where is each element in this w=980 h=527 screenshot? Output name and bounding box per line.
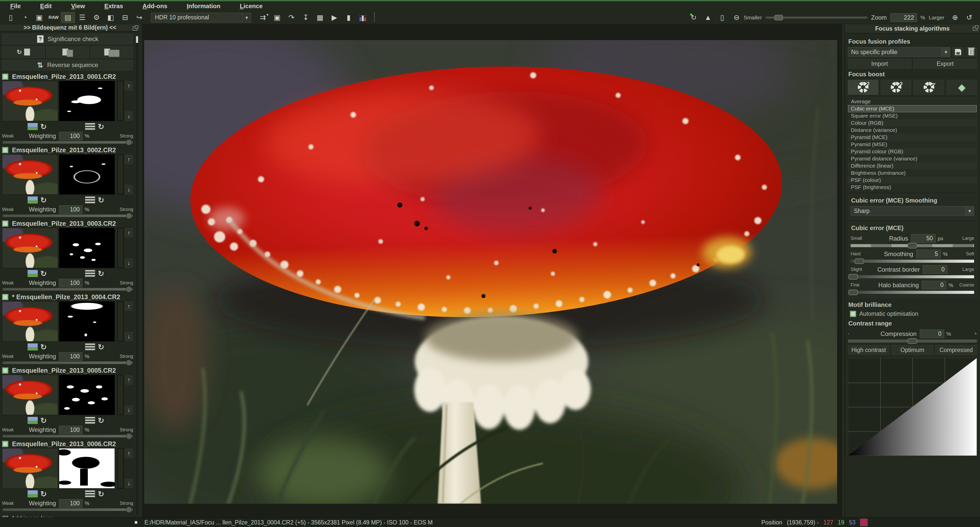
contrast-mode-high-contrast[interactable]: High contrast xyxy=(848,345,889,355)
focus-boost-diamond-button[interactable]: ◆ xyxy=(947,80,977,95)
copy-project-icon[interactable]: ▣ xyxy=(32,12,46,23)
slider-value-input[interactable]: 50 xyxy=(911,234,935,243)
weighting-slider-thumb[interactable] xyxy=(126,139,132,145)
reverse-sequence-button[interactable]: ⇅ Reverse sequence xyxy=(2,60,133,70)
zoom-value-input[interactable]: 222 xyxy=(891,13,917,22)
book-icon[interactable]: ▯ xyxy=(715,12,729,23)
history-icon[interactable]: ◔ xyxy=(18,12,32,23)
focus-boost-infinity-button[interactable]: ∞ xyxy=(914,80,944,95)
filmstrip-icon[interactable]: ▦ xyxy=(313,12,327,23)
share-icon[interactable]: ↪ xyxy=(132,12,146,23)
image-thumbnail[interactable] xyxy=(2,81,58,121)
rotate-view-icon[interactable]: ↺ xyxy=(962,12,977,23)
mask-thumbnail[interactable] xyxy=(59,228,115,268)
zoom-larger-icon[interactable]: ⊕ xyxy=(948,12,962,23)
save-profile-button[interactable] xyxy=(953,47,964,57)
weighting-slider[interactable] xyxy=(3,214,133,217)
move-up-button[interactable]: ↑ xyxy=(125,155,133,164)
zoom-smaller-icon[interactable]: ⊖ xyxy=(729,12,744,23)
image-thumbnail[interactable] xyxy=(2,448,58,489)
undock-panel-icon[interactable] xyxy=(133,27,137,31)
reload-mask-button[interactable]: ↻ xyxy=(98,416,104,425)
reload-photo-button[interactable]: ↻ xyxy=(40,269,47,278)
reload-mask-button[interactable]: ↻ xyxy=(98,196,104,205)
slider-thumb[interactable] xyxy=(848,289,858,295)
menu-item-licence[interactable]: Licence xyxy=(240,3,262,10)
menu-item-extras[interactable]: Extras xyxy=(104,3,123,10)
reload-photo-button[interactable]: ↻ xyxy=(40,343,47,351)
reload-mask-button[interactable]: ↻ xyxy=(98,269,104,278)
move-down-button[interactable]: ↓ xyxy=(125,332,133,341)
sidebar-scrollbar[interactable] xyxy=(135,35,139,515)
image-enabled-checkbox[interactable] xyxy=(2,147,8,153)
algorithm-option[interactable]: Pyramid (MCE) xyxy=(848,134,977,141)
copy-images-icon[interactable]: ▣ xyxy=(270,12,284,23)
slider-track[interactable] xyxy=(851,244,974,247)
photo-view-icon[interactable] xyxy=(27,197,38,203)
weighting-value-input[interactable]: 100 xyxy=(59,352,83,361)
import-profile-button[interactable]: Import xyxy=(848,59,912,68)
edit-tools-icon[interactable]: ☰ xyxy=(75,12,89,23)
refresh-single-view-button[interactable]: ↻ xyxy=(2,46,45,58)
menu-item-information[interactable]: Information xyxy=(187,3,221,10)
image-thumbnail[interactable] xyxy=(2,301,58,341)
undock-panel-icon[interactable] xyxy=(973,27,977,31)
image-enabled-checkbox[interactable] xyxy=(2,294,8,300)
reload-mask-button[interactable]: ↻ xyxy=(98,489,104,498)
algorithm-option[interactable]: Distance (variance) xyxy=(848,127,977,134)
automatic-optimisation-checkbox[interactable]: Automatic optimisation xyxy=(850,310,977,317)
print-icon[interactable]: ⊟ xyxy=(118,12,132,23)
slider-thumb[interactable] xyxy=(848,274,858,279)
photo-view-icon[interactable] xyxy=(27,343,38,351)
weighting-slider[interactable] xyxy=(3,362,133,364)
slider-track[interactable] xyxy=(848,340,977,343)
weighting-value-input[interactable]: 100 xyxy=(59,132,83,140)
menu-item-file[interactable]: File xyxy=(10,3,21,10)
reload-photo-button[interactable]: ↻ xyxy=(40,122,47,131)
move-down-button[interactable]: ↓ xyxy=(125,259,133,268)
image-enabled-checkbox[interactable] xyxy=(2,367,8,374)
new-project-icon[interactable]: ▯ xyxy=(3,12,18,23)
mask-thumbnail[interactable] xyxy=(59,375,115,415)
refresh-preview-icon[interactable]: ↻ xyxy=(687,12,701,23)
menu-item-edit[interactable]: Edit xyxy=(40,3,52,10)
reload-photo-button[interactable]: ↻ xyxy=(40,196,47,205)
mask-view-icon[interactable] xyxy=(85,270,95,277)
mask-view-icon[interactable] xyxy=(85,197,95,203)
weighting-slider-thumb[interactable] xyxy=(126,360,132,366)
reload-mask-button[interactable]: ↻ xyxy=(98,343,104,351)
mask-view-icon[interactable] xyxy=(85,490,95,497)
reload-photo-button[interactable]: ↻ xyxy=(40,416,47,425)
slider-track[interactable] xyxy=(851,291,974,294)
export-profile-button[interactable]: Export xyxy=(913,59,977,68)
algorithm-option[interactable]: Cubic error (MCE) xyxy=(848,105,977,112)
photo-canvas[interactable] xyxy=(144,40,837,504)
image-enabled-checkbox[interactable] xyxy=(2,441,8,447)
algorithm-option[interactable]: Pyramid colour (RGB) xyxy=(848,148,977,155)
split-view-icon[interactable]: ◧ xyxy=(103,12,118,23)
image-thumbnail[interactable] xyxy=(2,228,58,268)
pair-view-button[interactable] xyxy=(46,46,89,58)
significance-check-button[interactable]: ? Significance check xyxy=(2,34,133,44)
delete-profile-button[interactable] xyxy=(966,47,977,57)
mask-thumbnail[interactable] xyxy=(59,154,115,195)
slider-track[interactable] xyxy=(851,275,974,278)
batch-processing-icon[interactable]: ⇉▾ xyxy=(256,12,270,23)
histogram-icon[interactable] xyxy=(356,12,370,23)
slider-value-input[interactable]: 0 xyxy=(923,265,947,274)
image-thumbnail[interactable] xyxy=(2,154,58,195)
algorithm-option[interactable]: PSF (colour) xyxy=(848,176,977,184)
mask-view-icon[interactable] xyxy=(85,343,95,351)
mask-thumbnail[interactable] xyxy=(59,81,115,121)
slider-thumb[interactable] xyxy=(907,243,917,248)
checkbox-icon[interactable] xyxy=(850,311,856,317)
photo-view-icon[interactable] xyxy=(27,123,38,130)
weighting-slider[interactable] xyxy=(3,288,133,290)
image-sequence-icon[interactable]: ▤ xyxy=(61,12,75,23)
weighting-slider-thumb[interactable] xyxy=(126,286,132,292)
weighting-value-input[interactable]: 100 xyxy=(59,426,83,434)
move-down-button[interactable]: ↓ xyxy=(125,405,133,414)
move-up-button[interactable]: ↑ xyxy=(125,375,133,384)
focus-boost-3-button[interactable]: 3 xyxy=(881,80,911,95)
slider-value-input[interactable]: 5 xyxy=(916,250,941,258)
